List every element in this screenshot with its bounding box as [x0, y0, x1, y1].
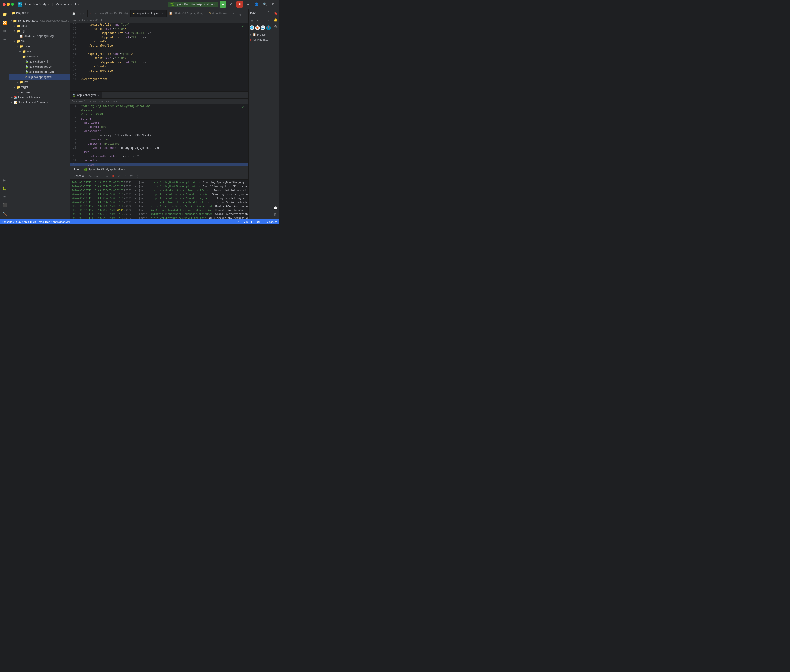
tree-item-logback-xml[interactable]: ⚙ logback-spring.xml: [9, 74, 70, 80]
ln-46: 46: [70, 73, 79, 77]
maven-minus[interactable]: —: [262, 11, 266, 15]
tree-item-scratches[interactable]: ▶ 📝 Scratches and Consoles: [9, 100, 70, 105]
tree-item-app-prod-yml[interactable]: 🍃 application-prod.yml: [9, 69, 70, 74]
tree-item-app-dev-yml[interactable]: 🍃 application-dev.yml: [9, 64, 70, 69]
tree-item-target[interactable]: ▶ 📁 target: [9, 85, 70, 90]
maximize-button[interactable]: [11, 3, 14, 6]
run-config[interactable]: 🌿 SpringBootStudyApplication ▾: [168, 2, 218, 7]
toolbar-settings[interactable]: ⚙: [117, 174, 122, 179]
status-line-ending[interactable]: LF: [251, 221, 254, 223]
lc-36: <appender-ref ref="CONSOLE" />: [79, 31, 248, 35]
maven-spring-icon: m: [250, 38, 252, 42]
toolbar-restart[interactable]: ↺: [105, 174, 110, 179]
maven-more-header[interactable]: ⋮: [267, 11, 270, 15]
tree-item-app-yml[interactable]: 🍃 application.yml: [9, 59, 70, 64]
account-button[interactable]: 👤: [253, 1, 260, 8]
sidebar-icon-structure[interactable]: ⊞: [1, 27, 8, 35]
maven-run[interactable]: ▶: [255, 18, 260, 23]
bottom-editor-more[interactable]: ⋮: [243, 93, 247, 97]
tab-split-icon[interactable]: ⊡: [239, 13, 241, 17]
run-app-close[interactable]: ×: [124, 168, 125, 171]
sidebar-icon-more[interactable]: ⋯: [1, 36, 8, 43]
tree-item-idea[interactable]: ▶ 📁 .idea: [9, 23, 70, 28]
tree-label-src: src: [21, 40, 25, 43]
search-button[interactable]: 🔍: [261, 1, 268, 8]
sidebar-icon-build[interactable]: 🔨: [1, 210, 8, 218]
tree-item-log[interactable]: ▼ 📁 log: [9, 28, 70, 34]
close-button[interactable]: [3, 3, 6, 6]
run-button[interactable]: ▶: [220, 1, 226, 8]
bottom-editor-actions[interactable]: ⋮: [243, 93, 248, 97]
tab-pom-xml[interactable]: m pom.xml (SpringBootStudy): [88, 10, 130, 17]
sidebar-icon-services[interactable]: ≡: [1, 193, 8, 201]
tree-item-root[interactable]: ▼ 📁 SpringBootStudy ~/Desktop/CS/JavaEE/…: [9, 18, 70, 23]
browser-icon-edge[interactable]: 🌊: [261, 26, 265, 30]
status-encoding[interactable]: UTF-8: [257, 221, 264, 223]
panel-header: 📁 Project ▾: [9, 9, 70, 17]
maven-spring-item[interactable]: m SpringBoo…: [250, 37, 271, 42]
run-tab-label[interactable]: Run: [74, 168, 79, 171]
sidebar-icon-vcs[interactable]: 🔀: [1, 19, 8, 27]
tree-item-main[interactable]: ▼ 📁 main: [9, 44, 70, 49]
tree-item-java[interactable]: ▶ 📁 java: [9, 49, 70, 54]
more-button[interactable]: ⋯: [245, 1, 251, 8]
toolbar-more2[interactable]: ⋮: [135, 174, 140, 179]
tab-chevron-defaults[interactable]: ▾: [232, 12, 234, 14]
tab-log-file[interactable]: 📋 2024-06-12-spring-0.log: [167, 10, 206, 17]
status-indent[interactable]: 2 spaces: [267, 221, 277, 223]
tree-item-resources[interactable]: ▼ 📁 resources: [9, 54, 70, 59]
maven-download2[interactable]: ⬇: [266, 18, 271, 23]
maven-profiles-item[interactable]: ▶ 📋 Profiles: [250, 32, 271, 37]
toolbar-scroll-up[interactable]: ↑: [123, 174, 128, 179]
sidebar-icon-project[interactable]: 📁: [1, 11, 8, 18]
tree-item-pom[interactable]: m pom.xml: [9, 90, 70, 95]
tree-label-extlibs: External Libraries: [18, 96, 40, 99]
tab-close-logback[interactable]: ×: [162, 12, 164, 15]
yml-line-12: 12 mvc:: [70, 150, 248, 154]
run-app-tab[interactable]: 🌿 SpringBootStudyApplication ×: [82, 166, 127, 173]
right-icon-database[interactable]: 🗄: [273, 212, 279, 218]
console-tab[interactable]: Console: [72, 174, 86, 179]
right-icon-ai[interactable]: 💬: [273, 205, 279, 211]
browser-icon-firefox[interactable]: 🦊: [255, 26, 260, 30]
tab-logback[interactable]: ⚙ logback-spring.xml ×: [130, 10, 166, 17]
actuator-tab[interactable]: Actuator: [87, 174, 101, 179]
tab-application-yml[interactable]: 🍃 application.yml ×: [70, 92, 102, 98]
tab-close-app-yml[interactable]: ×: [97, 93, 99, 97]
tree-item-test[interactable]: ▶ 📁 test: [9, 80, 70, 85]
stop-button[interactable]: ■: [236, 1, 243, 8]
tab-more-defaults[interactable]: ⋮: [229, 12, 231, 15]
right-icon-bookmark[interactable]: 🔖: [273, 11, 279, 16]
code-editor-logback[interactable]: 34 <springProfile name="dev"> 35 <root l…: [70, 23, 248, 91]
version-control-label[interactable]: Version control: [56, 3, 76, 6]
tree-icon-extlibs: 📚: [14, 96, 18, 99]
toolbar-stop[interactable]: ■: [111, 174, 116, 179]
tree-item-logfile[interactable]: 📋 2024-06-12-spring-0.log: [9, 34, 70, 38]
sidebar-icon-terminal[interactable]: ⬛: [1, 202, 8, 209]
sidebar-icon-debug[interactable]: 🐛: [1, 185, 8, 192]
tab-server-java[interactable]: ☕ er.java: [70, 10, 88, 17]
tab-minus-icon[interactable]: —: [242, 13, 244, 17]
tab-bar-actions[interactable]: ⊡ — ⋮: [239, 13, 248, 17]
console-content[interactable]: 2024-06-12T11:13:48.350-05:00 INFO 29622…: [70, 179, 248, 219]
toolbar-clear[interactable]: 🗑: [129, 174, 134, 179]
right-icon-plugins[interactable]: 🔌: [273, 24, 279, 29]
preferences-button[interactable]: ⚙: [270, 1, 276, 8]
status-time[interactable]: 15:10: [242, 221, 248, 223]
stop-icon: ■: [239, 3, 240, 6]
code-editor-app-yml[interactable]: ✓ 1 ##spring.application.name=SpringBoot…: [70, 104, 248, 166]
browser-icon-other[interactable]: ❓: [266, 26, 271, 30]
tree-item-extlibs[interactable]: ▶ 📚 External Libraries: [9, 95, 70, 100]
tab-defaults-xml[interactable]: ⚙ defaults.xml ⋮ ▾: [206, 10, 236, 17]
lc-47: </configuration>: [79, 77, 248, 82]
sidebar-icon-run[interactable]: ▶: [1, 176, 8, 184]
tab-more-icon[interactable]: ⋮: [245, 13, 247, 17]
console-line-9: 2024-06-12T11:13:49.010-05:00 INFO 29622…: [70, 212, 248, 216]
tree-item-src[interactable]: ▼ 📁 src: [9, 38, 70, 44]
maven-refresh[interactable]: ↺: [250, 18, 255, 23]
settings-button[interactable]: ⚙: [228, 1, 234, 8]
right-icon-notifications[interactable]: 🔔: [273, 17, 279, 23]
maven-download[interactable]: ⬇: [261, 18, 265, 23]
minimize-button[interactable]: [7, 3, 10, 6]
browser-icon-chrome[interactable]: 🌐: [250, 26, 254, 30]
